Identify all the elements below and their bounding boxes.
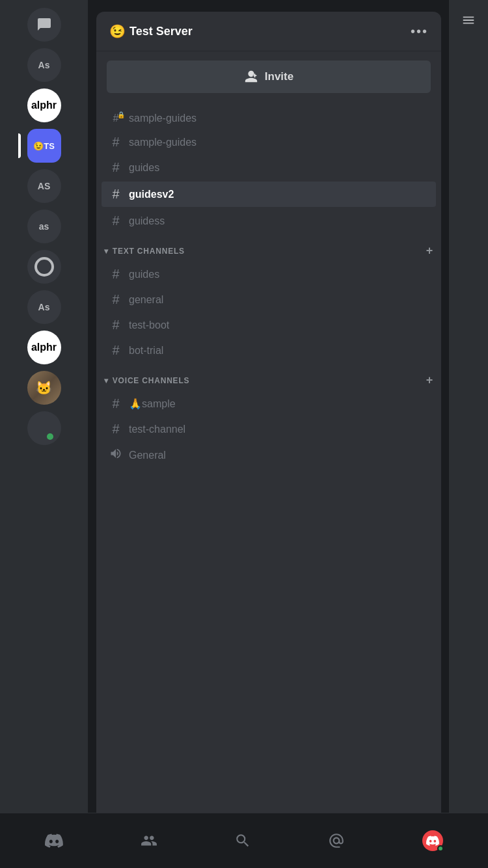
profile-avatar (422, 830, 443, 851)
category-label: TEXT CHANNELS (113, 247, 185, 256)
sidebar-item-as4[interactable]: As (27, 290, 61, 324)
category-label: VOICE CHANNELS (113, 376, 190, 385)
channel-item-general-voice[interactable]: General (96, 442, 441, 468)
nav-item-mentions[interactable] (318, 827, 355, 854)
active-indicator (18, 133, 21, 158)
hash-icon: # (109, 187, 122, 202)
hash-icon: # (109, 396, 122, 411)
server-emoji: 😉 (109, 23, 126, 39)
hash-icon: # (109, 267, 122, 282)
invite-label: Invite (265, 70, 293, 83)
invite-button[interactable]: Invite (107, 61, 431, 93)
channel-item-guides[interactable]: # guides (96, 155, 441, 180)
channel-item-general[interactable]: # general (96, 287, 441, 312)
nav-item-home[interactable] (34, 826, 74, 855)
circle-inner (34, 257, 54, 277)
hamburger-menu-button[interactable] (461, 13, 476, 31)
mentions-icon (328, 832, 345, 849)
channel-name: sample-guides (129, 137, 197, 148)
channel-name: guides (129, 269, 159, 280)
sidebar-item-circle[interactable] (27, 250, 61, 284)
hash-icon: # (109, 343, 122, 358)
sidebar-item-alphr2[interactable]: alphr (27, 331, 61, 364)
hash-icon: # (109, 213, 122, 228)
discord-logo-icon (45, 832, 63, 850)
category-text-channels[interactable]: ▾ TEXT CHANNELS + (96, 234, 441, 262)
sidebar-item-as3[interactable]: as (27, 210, 61, 243)
sidebar-item-alphr1[interactable]: alphr (27, 88, 61, 122)
channel-name: guides (129, 162, 159, 174)
hash-icon: # (109, 135, 122, 150)
hash-lock-icon: # 🔒 (109, 113, 122, 124)
channel-panel: 😉 Test Server ••• Invite # 🔒 sample-guid… (96, 12, 441, 858)
channel-name: 🙏sample (129, 398, 176, 410)
channel-item-guidess[interactable]: # guidess (96, 208, 441, 234)
channel-item-guidesv2[interactable]: # guidesv2 (102, 182, 436, 207)
server-title: 😉 Test Server (109, 23, 193, 39)
channel-item-sample-voice[interactable]: # 🙏sample (96, 391, 441, 416)
server-name: Test Server (129, 25, 193, 38)
sidebar-item-as1[interactable]: As (27, 48, 61, 82)
friends-icon (141, 832, 157, 849)
channel-name: general (129, 294, 163, 306)
sidebar-item-dm[interactable] (27, 8, 61, 42)
category-voice-channels[interactable]: ▾ VOICE CHANNELS + (96, 363, 441, 391)
channel-name: General (129, 450, 166, 461)
category-left: ▾ VOICE CHANNELS (104, 376, 189, 385)
channel-item-test-channel[interactable]: # test-channel (96, 416, 441, 442)
server-header: 😉 Test Server ••• (96, 12, 441, 51)
hash-icon: # (109, 160, 122, 175)
sidebar-item-cat[interactable]: 🐱 (27, 371, 61, 405)
channel-item-test-boot[interactable]: # test-boot (96, 312, 441, 338)
add-voice-channel-button[interactable]: + (426, 373, 433, 387)
channel-name: test-channel (129, 424, 185, 435)
right-panel (449, 0, 488, 868)
hash-icon: # (109, 318, 122, 332)
search-icon (234, 832, 251, 849)
channel-item-sample-guides[interactable]: # sample-guides (96, 129, 441, 155)
nav-item-profile[interactable] (412, 825, 454, 856)
channel-name: guidess (129, 215, 165, 227)
speaker-icon (109, 447, 122, 463)
sidebar-item-last[interactable] (27, 411, 61, 445)
category-left: ▾ TEXT CHANNELS (104, 247, 185, 256)
online-indicator (437, 845, 444, 852)
sidebar-item-as2[interactable]: AS (27, 169, 61, 203)
channel-name: test-boot (129, 319, 169, 331)
channel-item-sample-guides-locked[interactable]: # 🔒 sample-guides (96, 107, 441, 129)
server-sidebar: As alphr 😉TS AS as As alphr 🐱 (0, 0, 88, 868)
bottom-nav (0, 813, 488, 868)
channel-name: bot-trial (129, 345, 163, 357)
green-dot (47, 433, 53, 440)
channel-item-bot-trial[interactable]: # bot-trial (96, 338, 441, 363)
more-options-button[interactable]: ••• (411, 24, 428, 39)
channel-list: # 🔒 sample-guides # sample-guides # guid… (96, 102, 441, 474)
hash-icon: # (109, 422, 122, 437)
invite-icon (244, 70, 258, 84)
channel-item-guides2[interactable]: # guides (96, 262, 441, 287)
nav-item-friends[interactable] (130, 827, 168, 854)
nav-item-search[interactable] (224, 827, 262, 854)
add-channel-button[interactable]: + (426, 244, 433, 258)
sidebar-item-ts[interactable]: 😉TS (27, 129, 61, 163)
chevron-icon: ▾ (104, 247, 109, 256)
channel-name: guidesv2 (129, 189, 174, 200)
channel-name: sample-guides (129, 113, 197, 124)
hash-icon: # (109, 292, 122, 307)
chevron-icon: ▾ (104, 376, 109, 385)
profile-discord-icon (426, 834, 439, 847)
